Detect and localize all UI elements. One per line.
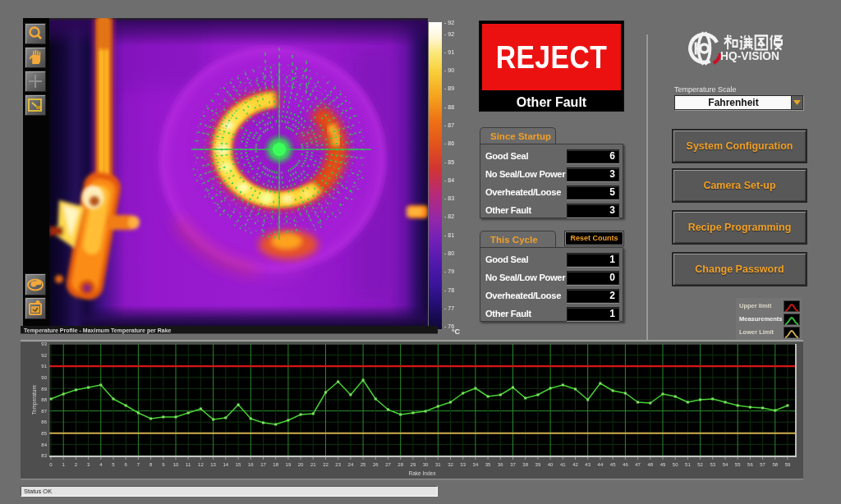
svg-text:14: 14 — [223, 462, 228, 467]
svg-text:45: 45 — [610, 462, 616, 467]
svg-text:46: 46 — [623, 462, 628, 467]
svg-text:59: 59 — [785, 462, 791, 467]
svg-text:34: 34 — [473, 462, 479, 467]
svg-text:48: 48 — [647, 462, 653, 467]
svg-text:83: 83 — [41, 453, 47, 458]
svg-text:23: 23 — [335, 462, 341, 467]
svg-text:43: 43 — [585, 462, 591, 467]
svg-text:54: 54 — [723, 462, 728, 467]
svg-text:26: 26 — [373, 462, 379, 467]
svg-text:Temperature: Temperature — [31, 384, 38, 415]
svg-text:58: 58 — [772, 462, 778, 467]
svg-text:29: 29 — [411, 462, 416, 467]
svg-text:53: 53 — [710, 462, 715, 467]
svg-text:28: 28 — [398, 462, 403, 467]
svg-text:18: 18 — [273, 462, 278, 467]
svg-text:30: 30 — [423, 462, 429, 467]
svg-text:37: 37 — [510, 462, 516, 467]
svg-text:56: 56 — [747, 462, 753, 467]
svg-text:35: 35 — [485, 462, 491, 467]
svg-text:17: 17 — [260, 462, 266, 467]
svg-text:55: 55 — [735, 462, 741, 467]
svg-text:15: 15 — [236, 462, 241, 467]
svg-text:41: 41 — [560, 462, 566, 467]
svg-text:Temperature Profile - Maximum: Temperature Profile - Maximum Temperatur… — [24, 328, 172, 334]
svg-text:84: 84 — [41, 442, 47, 447]
svg-text:39: 39 — [535, 462, 541, 467]
svg-text:12: 12 — [198, 462, 204, 467]
svg-text:85: 85 — [41, 431, 47, 436]
svg-text:88: 88 — [41, 397, 47, 402]
svg-text:19: 19 — [286, 462, 292, 467]
svg-text:93: 93 — [41, 341, 47, 346]
svg-text:32: 32 — [448, 462, 453, 467]
svg-text:21: 21 — [310, 462, 316, 467]
svg-text:40: 40 — [548, 462, 554, 467]
svg-text:11: 11 — [186, 462, 191, 467]
svg-text:27: 27 — [385, 462, 391, 467]
svg-text:50: 50 — [673, 462, 678, 467]
svg-text:51: 51 — [685, 462, 691, 467]
svg-text:31: 31 — [435, 462, 441, 467]
svg-text:16: 16 — [248, 462, 254, 467]
svg-text:24: 24 — [348, 462, 354, 467]
svg-text:57: 57 — [760, 462, 765, 467]
svg-text:13: 13 — [210, 462, 216, 467]
svg-text:44: 44 — [598, 462, 604, 467]
svg-text:87: 87 — [41, 409, 47, 414]
svg-text:10: 10 — [173, 462, 179, 467]
svg-text:42: 42 — [572, 462, 578, 467]
svg-text:33: 33 — [460, 462, 466, 467]
svg-text:25: 25 — [361, 462, 366, 467]
svg-text:86: 86 — [41, 419, 47, 424]
svg-text:89: 89 — [41, 387, 47, 392]
svg-text:22: 22 — [323, 462, 329, 467]
svg-text:90: 90 — [41, 375, 47, 380]
svg-text:92: 92 — [41, 353, 47, 358]
svg-text:52: 52 — [697, 462, 703, 467]
svg-text:Rake Index: Rake Index — [409, 470, 437, 476]
svg-text:36: 36 — [498, 462, 503, 467]
svg-text:47: 47 — [635, 462, 641, 467]
svg-text:91: 91 — [41, 364, 47, 369]
svg-text:49: 49 — [660, 462, 666, 467]
svg-text:38: 38 — [522, 462, 528, 467]
svg-text:20: 20 — [298, 462, 304, 467]
